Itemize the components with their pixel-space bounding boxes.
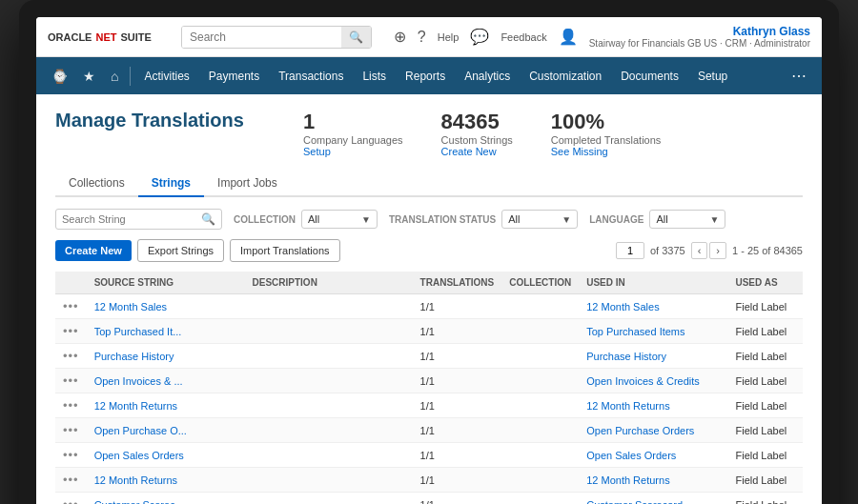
home-icon[interactable]: ⌂ <box>103 59 126 93</box>
nav-more-icon[interactable]: ⋯ <box>784 57 814 94</box>
nav-item-analytics[interactable]: Analytics <box>455 59 520 93</box>
tab-import-jobs[interactable]: Import Jobs <box>204 171 291 197</box>
row-source[interactable]: 12 Month Returns <box>87 393 245 418</box>
export-strings-button[interactable]: Export Strings <box>137 239 224 262</box>
stat-languages: 1 Company Languages Setup <box>303 110 403 157</box>
nav-item-reports[interactable]: Reports <box>396 59 455 93</box>
stat-languages-label: Company Languages <box>303 134 403 146</box>
row-used-in[interactable]: Customer Scorecard <box>579 493 727 505</box>
row-source[interactable]: Open Sales Orders <box>87 443 245 468</box>
row-menu[interactable]: ••• <box>55 369 87 393</box>
nav-item-payments[interactable]: Payments <box>199 59 269 93</box>
stat-languages-link[interactable]: Setup <box>303 146 403 157</box>
row-collection <box>501 294 579 319</box>
row-translations: 1/1 <box>413 294 502 319</box>
stat-translations-number: 100% <box>551 110 662 134</box>
history-icon[interactable]: ⌚ <box>44 59 75 93</box>
row-used-in[interactable]: Top Purchased Items <box>579 319 727 344</box>
row-source[interactable]: Top Purchased It... <box>87 319 245 344</box>
nav-item-setup[interactable]: Setup <box>688 59 737 93</box>
nav-item-customization[interactable]: Customization <box>520 59 611 93</box>
row-translations: 1/1 <box>413 319 502 344</box>
search-string-container[interactable]: 🔍 <box>55 209 222 230</box>
row-menu[interactable]: ••• <box>55 319 87 344</box>
translation-filter-label: TRANSLATION STATUS <box>389 214 496 225</box>
search-string-input[interactable] <box>62 213 201 225</box>
row-used-in[interactable]: 12 Month Returns <box>579 468 727 493</box>
row-menu[interactable]: ••• <box>55 443 87 468</box>
row-used-in[interactable]: Open Purchase Orders <box>579 418 727 443</box>
logo-suite: SUITE <box>120 31 151 43</box>
search-button[interactable]: 🔍 <box>341 27 371 48</box>
table-row: ••• Top Purchased It... 1/1 Top Purchase… <box>55 319 803 344</box>
tab-strings[interactable]: Strings <box>138 171 204 197</box>
logo-oracle: ORACLE <box>48 31 92 43</box>
user-role: Stairway for Financials GB US · CRM · Ad… <box>589 38 810 49</box>
language-select[interactable]: All ▼ <box>649 210 725 229</box>
help-icon[interactable]: ? <box>418 29 426 46</box>
chat-icon[interactable]: 💬 <box>470 28 489 46</box>
tab-collections[interactable]: Collections <box>55 171 138 197</box>
page-next-button[interactable]: › <box>709 242 726 259</box>
user-name: Kathryn Glass <box>589 25 810 38</box>
row-menu[interactable]: ••• <box>55 468 87 493</box>
row-source[interactable]: Open Purchase O... <box>87 418 245 443</box>
row-used-in[interactable]: 12 Month Sales <box>579 294 727 319</box>
nav-item-lists[interactable]: Lists <box>353 59 396 93</box>
translation-filter-group: TRANSLATION STATUS All ▼ <box>389 210 578 229</box>
row-source[interactable]: Purchase History <box>87 344 245 369</box>
translation-select[interactable]: All ▼ <box>501 210 578 229</box>
search-string-icon: 🔍 <box>201 212 215 226</box>
top-bar: ORACLE NETSUITE 🔍 ⊕ ? Help 💬 Feedback 👤 … <box>36 17 822 57</box>
quickadd-icon[interactable]: ⊕ <box>394 28 406 46</box>
collection-select[interactable]: All ▼ <box>301 210 378 229</box>
page-prev-button[interactable]: ‹ <box>691 242 708 259</box>
col-header-source: SOURCE STRING <box>87 272 245 294</box>
row-used-as: Field Label <box>727 468 803 493</box>
row-collection <box>501 369 579 393</box>
row-description <box>245 319 413 344</box>
row-menu[interactable]: ••• <box>55 393 87 418</box>
row-used-as: Field Label <box>727 493 803 505</box>
row-used-in[interactable]: Open Sales Orders <box>579 443 727 468</box>
logo-net: NET <box>95 31 116 43</box>
create-new-button[interactable]: Create New <box>55 240 132 261</box>
stat-strings-link[interactable]: Create New <box>441 146 513 157</box>
feedback-label[interactable]: Feedback <box>500 31 546 43</box>
language-value: All <box>656 213 667 225</box>
table-row: ••• 12 Month Returns 1/1 12 Month Return… <box>55 393 803 418</box>
row-menu[interactable]: ••• <box>55 418 87 443</box>
row-source[interactable]: Open Invoices & ... <box>87 369 245 393</box>
page-number-input[interactable]: 1 <box>616 242 644 259</box>
row-description <box>245 493 413 505</box>
search-bar[interactable]: 🔍 <box>181 26 372 49</box>
row-source[interactable]: 12 Month Sales <box>87 294 245 319</box>
page-title: Manage Translations <box>55 110 246 131</box>
stat-translations-label: Completed Translations <box>551 134 662 146</box>
nav-item-activities[interactable]: Activities <box>134 59 198 93</box>
help-label[interactable]: Help <box>438 31 460 43</box>
row-description <box>245 393 413 418</box>
collection-filter-group: COLLECTION All ▼ <box>234 210 378 229</box>
nav-item-transactions[interactable]: Transactions <box>269 59 353 93</box>
tabs-row: Collections Strings Import Jobs <box>55 171 803 197</box>
row-used-as: Field Label <box>727 443 803 468</box>
row-source[interactable]: Customer Scorec... <box>87 493 245 505</box>
nav-icon-group: ⌚ ★ ⌂ <box>44 59 134 93</box>
stat-translations-link[interactable]: See Missing <box>551 146 662 157</box>
row-menu[interactable]: ••• <box>55 344 87 369</box>
row-menu[interactable]: ••• <box>55 294 87 319</box>
row-source[interactable]: 12 Month Returns <box>87 468 245 493</box>
nav-bar: ⌚ ★ ⌂ Activities Payments Transactions L… <box>36 57 822 94</box>
import-translations-button[interactable]: Import Translations <box>230 239 340 262</box>
stat-strings-number: 84365 <box>441 110 513 134</box>
row-menu[interactable]: ••• <box>55 493 87 505</box>
row-collection <box>501 468 579 493</box>
row-used-as: Field Label <box>727 344 803 369</box>
search-input[interactable] <box>182 27 341 48</box>
nav-item-documents[interactable]: Documents <box>611 59 688 93</box>
row-used-in[interactable]: Purchase History <box>579 344 727 369</box>
row-used-in[interactable]: Open Invoices & Credits <box>579 369 727 393</box>
star-icon[interactable]: ★ <box>75 59 103 93</box>
row-used-in[interactable]: 12 Month Returns <box>579 393 727 418</box>
